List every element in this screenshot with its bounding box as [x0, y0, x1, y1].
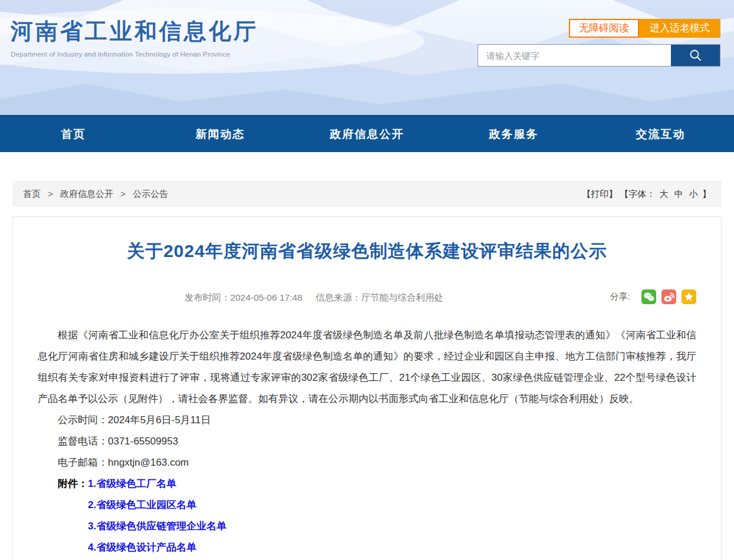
share-box: 分享: [610, 289, 696, 304]
nav-item-interaction[interactable]: 交流互动 [587, 117, 734, 152]
breadcrumb: 首页 > 政府信息公开 > 公示公告 [23, 189, 168, 200]
attachments-line: 3.省级绿色供应链管理企业名单 [38, 516, 696, 537]
source-value: 厅节能与综合利用处 [361, 292, 443, 302]
font-size-label-end: 】 [702, 189, 711, 199]
search-button[interactable] [671, 45, 720, 66]
site-title: 河南省工业和信息化厅 [11, 17, 258, 47]
article-meta-row: 发布时间：2024-05-06 17:48信息来源：厅节能与综合利用处 分享: [38, 289, 696, 306]
breadcrumb-announcements[interactable]: 公示公告 [133, 189, 168, 199]
site-title-english: Department of Industry and Information T… [11, 51, 258, 58]
attachment-link-green-parks[interactable]: 2.省级绿色工业园区名单 [88, 499, 196, 510]
attachment-link-green-design-products[interactable]: 4.省级绿色设计产品名单 [88, 542, 196, 553]
header-banner: 河南省工业和信息化厅 Department of Industry and In… [0, 0, 734, 115]
font-size-medium[interactable]: 中 [674, 189, 683, 199]
article-card: 关于2024年度河南省省级绿色制造体系建设评审结果的公示 发布时间：2024-0… [12, 216, 722, 560]
breadcrumb-separator: > [48, 189, 53, 199]
search-input[interactable] [478, 45, 671, 66]
email-value: hngxtjn@163.com [108, 457, 189, 468]
share-label: 分享: [610, 291, 630, 302]
favorite-star-share-icon[interactable] [682, 289, 696, 304]
elder-mode-button[interactable]: 进入适老模式 [639, 19, 720, 38]
attachment-link-green-supply-chain[interactable]: 3.省级绿色供应链管理企业名单 [88, 521, 226, 532]
phone-label: 监督电话： [58, 436, 108, 447]
font-size-large[interactable]: 大 [659, 189, 668, 199]
notice-period-line: 公示时间：2024年5月6日-5月11日 [38, 410, 696, 431]
publish-time: 2024-05-06 17:48 [231, 292, 302, 302]
nav-item-gov-info[interactable]: 政府信息公开 [294, 117, 440, 152]
email-line: 电子邮箱：hngxtjn@163.com [38, 452, 696, 473]
publish-time-label: 发布时间： [185, 292, 231, 302]
breadcrumb-separator: > [120, 189, 126, 199]
notice-period-value: 2024年5月6日-5月11日 [108, 414, 211, 426]
article-paragraph: 根据《河南省工业和信息化厅办公室关于组织推荐2024年度省级绿色制造名单及前八批… [38, 325, 696, 410]
page-tools: 【打印】 【字体： 大 中 小 】 [582, 189, 711, 200]
nav-item-news[interactable]: 新闻动态 [147, 117, 294, 152]
article-meta: 发布时间：2024-05-06 17:48信息来源：厅节能与综合利用处 [38, 289, 590, 306]
article-body: 根据《河南省工业和信息化厅办公室关于组织推荐2024年度省级绿色制造名单及前八批… [38, 325, 696, 558]
notice-period-label: 公示时间： [58, 414, 108, 426]
phone-value: 0371-65509953 [108, 436, 178, 447]
nav-item-home[interactable]: 首页 [0, 117, 147, 152]
breadcrumb-home[interactable]: 首页 [23, 189, 41, 199]
weibo-share-icon[interactable] [661, 289, 676, 304]
breadcrumb-bar: 首页 > 政府信息公开 > 公示公告 【打印】 【字体： 大 中 小 】 [12, 181, 722, 207]
print-button[interactable]: 【打印】 [582, 189, 617, 199]
attachments-line: 2.省级绿色工业园区名单 [38, 495, 696, 516]
breadcrumb-gov-info[interactable]: 政府信息公开 [60, 189, 113, 199]
nav-item-services[interactable]: 政务服务 [440, 117, 587, 152]
email-label: 电子邮箱： [58, 457, 108, 468]
font-size-label: 【字体： [620, 189, 655, 199]
attachment-link-green-factories[interactable]: 1.省级绿色工厂名单 [88, 478, 176, 489]
main-navigation: 首页 新闻动态 政府信息公开 政务服务 交流互动 [0, 115, 734, 152]
accessibility-reading-button[interactable]: 无障碍阅读 [569, 19, 639, 38]
phone-line: 监督电话：0371-65509953 [38, 431, 696, 452]
wechat-share-icon[interactable] [641, 289, 656, 304]
header-actions: 无障碍阅读 进入适老模式 [569, 19, 720, 38]
attachments-line: 4.省级绿色设计产品名单 [38, 537, 696, 558]
site-logo[interactable]: 河南省工业和信息化厅 Department of Industry and In… [11, 17, 258, 58]
attachments-line: 附件：1.省级绿色工厂名单 [38, 473, 696, 495]
search-icon [689, 48, 703, 62]
attachments-label: 附件： [58, 478, 88, 489]
font-size-small[interactable]: 小 [689, 189, 698, 199]
search-bar [478, 44, 720, 67]
source-label: 信息来源： [315, 292, 361, 302]
article-title: 关于2024年度河南省省级绿色制造体系建设评审结果的公示 [38, 239, 696, 263]
